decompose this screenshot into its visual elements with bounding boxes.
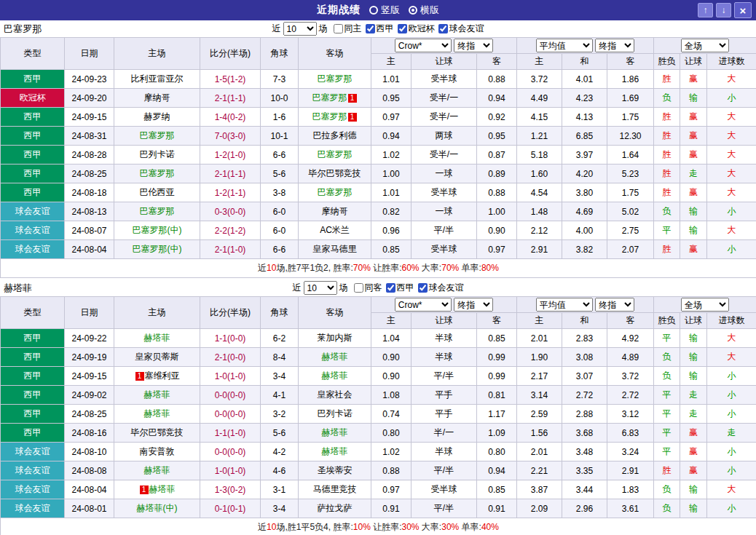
result-handicap: 输 — [680, 480, 707, 499]
result-goals: 大 — [707, 127, 756, 146]
match-score: 0-1(0-1) — [200, 499, 261, 518]
match-date: 24-09-02 — [65, 386, 114, 405]
odds-period-select[interactable]: 终指 — [454, 39, 493, 52]
match-score: 2-1(1-1) — [200, 165, 261, 183]
home-team: 赫塔菲 — [114, 329, 200, 348]
subcol-result-goals: 进球数 — [707, 54, 756, 70]
filter-checkbox-label: 同主 — [344, 23, 362, 35]
match-row: 西甲 24-09-15 1塞维利亚 1-0(1-0) 3-4 赫塔菲 0.90 … — [1, 367, 756, 386]
avg-company-select[interactable]: 平均值 — [536, 298, 593, 312]
odds-away: 1.00 — [477, 202, 517, 221]
odds-handicap: 受半球 — [412, 480, 477, 499]
avg-odds-home: 1.60 — [517, 165, 562, 183]
avg-odds-away: 3.12 — [607, 405, 654, 424]
scroll-down-button[interactable]: ↓ — [716, 3, 731, 17]
avg-odds-draw: 6.85 — [562, 127, 607, 146]
filter-checkbox[interactable]: 同客 — [350, 282, 382, 294]
odds-company-select[interactable]: Crow* — [395, 298, 452, 312]
team-name: 萨拉戈萨 — [318, 503, 353, 513]
team-name: 巴塞罗那(中) — [133, 225, 182, 235]
close-button[interactable]: × — [734, 2, 752, 18]
avg-odds-away: 1.75 — [607, 183, 654, 202]
vertical-layout-radio[interactable] — [369, 6, 378, 15]
avg-odds-away: 2.91 — [607, 461, 654, 480]
match-type-badge: 球会友谊 — [1, 480, 65, 499]
team-name: 皇家社会 — [318, 389, 353, 400]
match-type-badge: 西甲 — [1, 108, 65, 127]
filter-checkbox[interactable]: 球会友谊 — [414, 282, 464, 294]
avg-period-select[interactable]: 终指 — [595, 298, 634, 312]
team-name: 莱加内斯 — [318, 333, 353, 343]
layout-radio-horizontal[interactable]: 横版 — [409, 4, 439, 17]
horizontal-radio-label: 横版 — [420, 4, 439, 17]
filter-checkbox[interactable]: 球会友谊 — [435, 23, 484, 35]
odds-away: 0.89 — [477, 165, 517, 183]
subcol-avg-home: 主 — [517, 313, 562, 329]
filter-checkbox[interactable]: 欧冠杯 — [394, 23, 435, 35]
col-header-score: 比分(半场) — [200, 297, 261, 329]
avg-odds-draw: 4.20 — [562, 165, 607, 183]
filter-checkbox-input[interactable] — [354, 283, 363, 293]
match-count-select[interactable]: 10 — [304, 281, 337, 295]
team-name: 巴塞罗那 — [140, 130, 175, 140]
filter-checkbox-input[interactable] — [418, 283, 428, 293]
summary-segment: 让胜率: — [371, 522, 402, 532]
team-name: 赫罗纳 — [144, 111, 170, 122]
odds-handicap: 平/半 — [412, 499, 477, 518]
result-goals: 大 — [707, 329, 756, 348]
match-date: 24-08-28 — [65, 146, 114, 165]
filter-checkbox-input[interactable] — [334, 24, 343, 33]
summary-segment: 70% — [441, 263, 459, 273]
filter-checkbox[interactable]: 同主 — [330, 23, 362, 35]
subcol-result-handicap: 让球 — [680, 313, 707, 329]
odds-home: 1.01 — [371, 70, 412, 89]
filter-checkbox-input[interactable] — [438, 24, 448, 33]
avg-odds-away: 4.92 — [607, 329, 654, 348]
avg-odds-home: 4.54 — [517, 183, 562, 202]
filter-checkbox-input[interactable] — [366, 24, 375, 33]
away-team: 赫塔菲 — [299, 424, 371, 443]
summary-segment: 10 — [267, 263, 276, 273]
subcol-odds-home: 主 — [371, 54, 412, 70]
away-team: 赫塔菲 — [299, 443, 371, 461]
summary-segment: 10 — [267, 522, 276, 532]
match-date: 24-08-16 — [65, 424, 114, 443]
avg-company-select[interactable]: 平均值 — [536, 39, 593, 52]
odds-home: 1.08 — [371, 386, 412, 405]
subcol-odds-handicap: 让球 — [412, 54, 477, 70]
away-team: 巴拉多利德 — [299, 127, 371, 146]
match-row: 球会友谊 24-08-04 1赫塔菲 1-3(0-2) 3-1 马德里竞技 0.… — [1, 480, 756, 499]
layout-radio-vertical[interactable]: 竖版 — [369, 4, 400, 17]
page-title: 近期战绩 — [317, 4, 361, 17]
odds-home: 0.96 — [371, 221, 412, 240]
horizontal-layout-radio[interactable] — [409, 6, 417, 15]
odds-period-select[interactable]: 终指 — [454, 298, 493, 312]
result-handicap: 赢 — [680, 108, 707, 127]
col-header-away: 客场 — [299, 38, 371, 70]
filter-checkbox-input[interactable] — [386, 283, 395, 293]
match-type-badge: 西甲 — [1, 367, 65, 386]
scroll-up-button[interactable]: ↑ — [698, 3, 713, 17]
odds-home: 1.04 — [371, 329, 412, 348]
filter-checkbox[interactable]: 西甲 — [382, 282, 414, 294]
result-scope-select[interactable]: 全场 — [681, 298, 729, 312]
summary-segment: 大率: — [420, 522, 442, 532]
home-team: 赫罗纳 — [114, 108, 200, 127]
avg-period-select[interactable]: 终指 — [595, 39, 634, 52]
result-scope-select[interactable]: 全场 — [681, 39, 729, 52]
away-team: 巴塞罗那 — [299, 70, 371, 89]
match-date: 24-08-04 — [65, 240, 114, 259]
match-type-badge: 西甲 — [1, 165, 65, 183]
filter-checkbox-input[interactable] — [398, 24, 407, 33]
match-date: 24-09-22 — [65, 329, 114, 348]
odds-company-select[interactable]: Crow* — [395, 39, 452, 52]
match-row: 西甲 24-08-16 毕尔巴鄂竞技 1-1(1-0) 5-6 赫塔菲 0.80… — [1, 424, 756, 443]
result-outcome: 负 — [654, 367, 680, 386]
summary-line: 近10场,胜1平5负4, 胜率:10% 让胜率:30% 大率:30% 单率:40… — [2, 521, 755, 534]
avg-odds-draw: 3.07 — [562, 367, 607, 386]
avg-odds-draw: 4.00 — [562, 221, 607, 240]
match-row: 球会友谊 24-08-08 赫塔菲 1-0(1-0) 4-6 圣埃蒂安 0.88… — [1, 461, 756, 480]
match-count-select[interactable]: 10 — [283, 22, 317, 36]
odds-handicap: 半球 — [412, 348, 477, 367]
filter-checkbox[interactable]: 西甲 — [362, 23, 394, 35]
